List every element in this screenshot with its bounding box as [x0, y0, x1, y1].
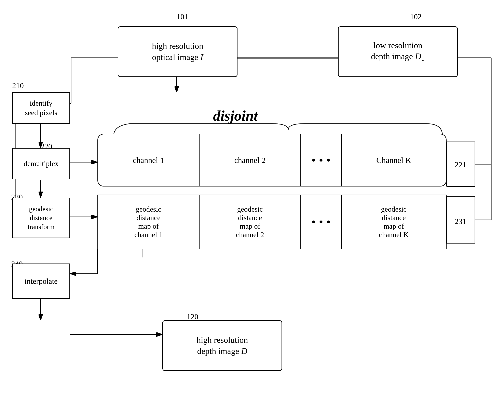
high-res-depth-label: high resolutiondepth image D	[197, 334, 248, 356]
high-res-depth-box: high resolutiondepth image D	[162, 320, 282, 371]
geodesic-map-1: geodesicdistancemap ofchannel 1	[98, 195, 199, 249]
low-res-depth-label: low resolutiondepth image D↓	[371, 40, 425, 64]
label-120: 120	[187, 312, 198, 321]
identify-seed-label: identifyseed pixels	[25, 99, 57, 117]
high-res-optical-label: high resolutionoptical image I	[152, 41, 203, 63]
geodesic-map-2: geodesicdistancemap ofchannel 2	[199, 195, 301, 249]
geodesic-transform-box: geodesicdistancetransform	[12, 198, 70, 238]
channel-2-cell: channel 2	[199, 134, 301, 186]
label-221: 221	[455, 160, 466, 169]
disjoint-label: disjoint	[213, 107, 258, 124]
label-101: 101	[177, 12, 188, 21]
interpolate-label: interpolate	[24, 276, 57, 286]
geodesic-map-k: geodesicdistancemap ofchannel K	[342, 195, 446, 249]
low-res-depth-box: low resolutiondepth image D↓	[338, 26, 458, 77]
channel-k-cell: Channel K	[342, 134, 446, 186]
high-res-optical-box: high resolutionoptical image I	[118, 26, 238, 77]
geodesic-maps-container: geodesicdistancemap ofchannel 1 geodesic…	[97, 195, 447, 249]
geodesic-dots: • • •	[301, 195, 342, 249]
label-102: 102	[410, 12, 422, 21]
channels-container: channel 1 channel 2 • • • Channel K	[97, 134, 447, 187]
label-210: 210	[12, 81, 24, 90]
identify-seed-box: identifyseed pixels	[12, 92, 70, 124]
diagram: 101 high resolutionoptical image I 102 l…	[0, 0, 504, 420]
channels-dots: • • •	[301, 134, 342, 186]
interpolate-box: interpolate	[12, 263, 70, 299]
label-231: 231	[455, 217, 466, 226]
demultiplex-label: demultiplex	[24, 159, 59, 169]
demultiplex-box: demultiplex	[12, 148, 70, 179]
channel-1-cell: channel 1	[98, 134, 199, 186]
geodesic-transform-label: geodesicdistancetransform	[28, 204, 54, 232]
